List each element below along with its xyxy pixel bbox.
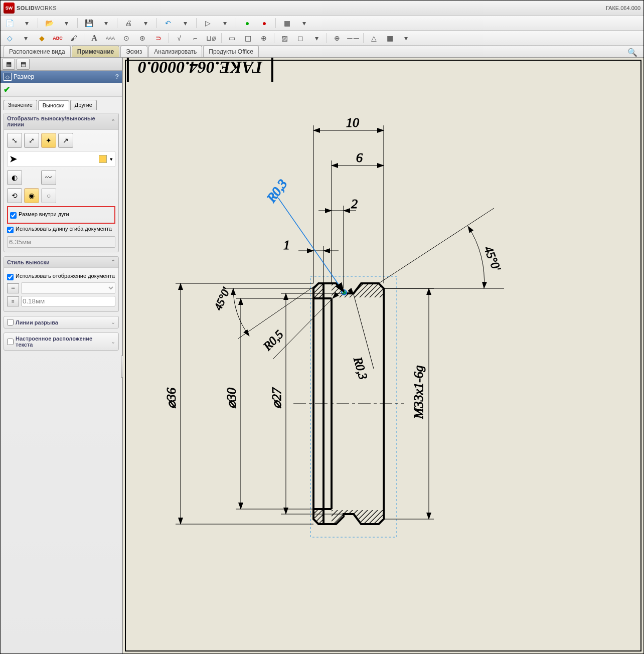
annotation-toolbar: ◇ ▾ ◆ ABC 🖌 A AAA ⊙ ⊛ ⊃ √ ⌐ ⊔ø ▭ ◫ ⊕ ▨ ◻… xyxy=(1,31,643,46)
smart-dimension-icon[interactable]: ◇ xyxy=(4,32,16,44)
confirm-row: ✔ xyxy=(1,83,122,97)
dropdown-icon[interactable]: ▾ xyxy=(20,32,32,44)
collapse-icon[interactable]: ⌃ xyxy=(111,118,115,125)
leader-inside-icon[interactable]: ⤢ xyxy=(24,133,39,148)
break-lines-section[interactable]: Линии разрыва ⌄ xyxy=(4,316,119,329)
datum-target-icon[interactable]: ⊕ xyxy=(258,32,270,44)
feature-manager-tab[interactable]: ▦ xyxy=(2,59,15,70)
area-hatch-icon[interactable]: ▨ xyxy=(278,32,290,44)
checkbox-break-lines[interactable] xyxy=(7,319,14,325)
svg-line-25 xyxy=(379,208,494,283)
section-header[interactable]: Стиль выноски ⌃ xyxy=(4,257,118,268)
tab-view-layout[interactable]: Расположение вида xyxy=(4,46,71,57)
svg-text:R0,3: R0,3 xyxy=(351,355,370,381)
print-button[interactable]: 🖨 xyxy=(122,17,134,29)
highlighted-option: Размер внутри дуги xyxy=(7,206,115,224)
format-painter-icon[interactable]: 🖌 xyxy=(68,32,80,44)
dimension-icon: ◇ xyxy=(4,73,12,81)
dimension: 45°0' xyxy=(379,208,504,288)
checkbox-use-doc-display[interactable] xyxy=(7,274,14,280)
tab-sketch[interactable]: Эскиз xyxy=(120,46,147,57)
dropdown-icon[interactable]: ▾ xyxy=(110,156,113,162)
subtab-value[interactable]: Значение xyxy=(4,100,37,110)
linear-note-icon[interactable]: AAA xyxy=(104,32,116,44)
subtab-leaders[interactable]: Выноски xyxy=(38,100,69,110)
command-manager-tabs: Расположение вида Примечание Эскиз Анали… xyxy=(1,46,643,58)
open-button[interactable]: 📂 xyxy=(43,17,55,29)
model-items-icon[interactable]: ◆ xyxy=(36,32,48,44)
options-button[interactable]: ▦ xyxy=(281,17,293,29)
centerline-icon[interactable]: ─·─ xyxy=(347,32,359,44)
tables-icon[interactable]: ▦ xyxy=(384,32,396,44)
hole-callout-icon[interactable]: ⊔ø xyxy=(205,32,217,44)
note-icon[interactable]: A xyxy=(88,32,100,44)
auto-balloon-icon[interactable]: ⊛ xyxy=(136,32,148,44)
dropdown-icon[interactable]: ▾ xyxy=(400,32,412,44)
collapse-icon[interactable]: ⌃ xyxy=(111,259,115,265)
traffic-red-icon[interactable]: ● xyxy=(258,17,270,29)
weld-symbol-icon[interactable]: ⌐ xyxy=(189,32,201,44)
save-button[interactable]: 💾 xyxy=(83,17,95,29)
expand-icon[interactable]: ⌄ xyxy=(111,339,115,345)
dropdown-icon[interactable]: ▾ xyxy=(298,17,310,29)
dimension: ⌀36 xyxy=(164,283,313,524)
arc-condition-icon[interactable]: ◐ xyxy=(7,170,22,185)
leader-directed-icon[interactable]: ↗ xyxy=(58,133,73,148)
dimension-selected[interactable]: R0,3 xyxy=(264,177,344,292)
select-button[interactable]: ▷ xyxy=(202,17,214,29)
dropdown-icon[interactable]: ▾ xyxy=(219,17,231,29)
help-button[interactable]: ? xyxy=(115,73,119,80)
leader-smart-icon[interactable]: ✦ xyxy=(41,133,56,148)
dropdown-icon[interactable]: ▾ xyxy=(21,17,33,29)
section-header[interactable]: Отобразить выноску/выносные линии ⌃ xyxy=(4,113,118,130)
leader-outside-icon[interactable]: ⤡ xyxy=(7,133,22,148)
app-name: SOLIDWORKS xyxy=(17,5,57,11)
section-title: Линии разрыва xyxy=(16,319,58,325)
zoom-fit-icon[interactable]: 🔍 xyxy=(627,48,637,57)
arrow-style-selector[interactable]: ➤ ▾ xyxy=(7,151,115,167)
checkbox-use-bend[interactable] xyxy=(7,227,14,233)
line-thickness-input xyxy=(21,296,115,306)
geometric-tolerance-icon[interactable]: ▭ xyxy=(226,32,238,44)
arc-min-icon[interactable]: ⟲ xyxy=(7,188,22,203)
subtab-other[interactable]: Другие xyxy=(70,100,97,110)
tab-evaluate[interactable]: Анализировать xyxy=(148,46,202,57)
checkbox-custom-text[interactable] xyxy=(7,339,14,345)
magnet-icon[interactable]: ⊃ xyxy=(152,32,165,44)
svg-text:10: 10 xyxy=(346,115,359,130)
balloon-icon[interactable]: ⊙ xyxy=(120,32,132,44)
traffic-green-icon[interactable]: ● xyxy=(241,17,253,29)
tab-office[interactable]: Продукты Office xyxy=(203,46,259,57)
dropdown-icon[interactable]: ▾ xyxy=(310,32,323,44)
dropdown-icon[interactable]: ▾ xyxy=(100,17,112,29)
expand-icon[interactable]: ⌄ xyxy=(111,319,115,325)
dropdown-icon[interactable]: ▾ xyxy=(139,17,151,29)
new-button[interactable]: 📄 xyxy=(4,17,16,29)
arc-max-icon[interactable]: ○ xyxy=(41,188,56,203)
panel-tab-strip: ▦ ▤ xyxy=(1,58,122,71)
spell-check-icon[interactable]: ABC xyxy=(52,32,64,44)
checkbox-inside-arc[interactable] xyxy=(10,212,17,219)
block-icon[interactable]: ◻ xyxy=(294,32,306,44)
leader-display-section: Отобразить выноску/выносные линии ⌃ ⤡ ⤢ … xyxy=(4,113,119,252)
center-mark-icon[interactable]: ⊕ xyxy=(331,32,343,44)
arrow-icon: ➤ xyxy=(10,153,17,165)
dropdown-icon[interactable]: ▾ xyxy=(60,17,72,29)
checkbox-label: Размер внутри дуги xyxy=(19,211,69,217)
revision-icon[interactable]: △ xyxy=(368,32,380,44)
custom-text-section[interactable]: Настроенное расположение текста ⌄ xyxy=(4,333,119,351)
tab-annotation[interactable]: Примечание xyxy=(72,46,120,57)
dropdown-icon[interactable]: ▾ xyxy=(179,17,191,29)
arc-center-icon[interactable]: ◉ xyxy=(24,188,39,203)
property-manager-tab[interactable]: ▤ xyxy=(17,59,30,70)
datum-feature-icon[interactable]: ◫ xyxy=(242,32,254,44)
line-style-select xyxy=(21,282,115,294)
drawing-canvas[interactable]: ГАКЕ.064.0000.0 xyxy=(123,58,643,653)
svg-text:2: 2 xyxy=(351,197,358,211)
section-title: Настроенное расположение текста xyxy=(16,336,111,348)
custom-text-icon[interactable]: 〰 xyxy=(41,170,56,185)
svg-text:45°0': 45°0' xyxy=(481,244,503,273)
ok-button[interactable]: ✔ xyxy=(4,85,10,94)
surface-finish-icon[interactable]: √ xyxy=(173,32,185,44)
undo-button[interactable]: ↶ xyxy=(162,17,174,29)
